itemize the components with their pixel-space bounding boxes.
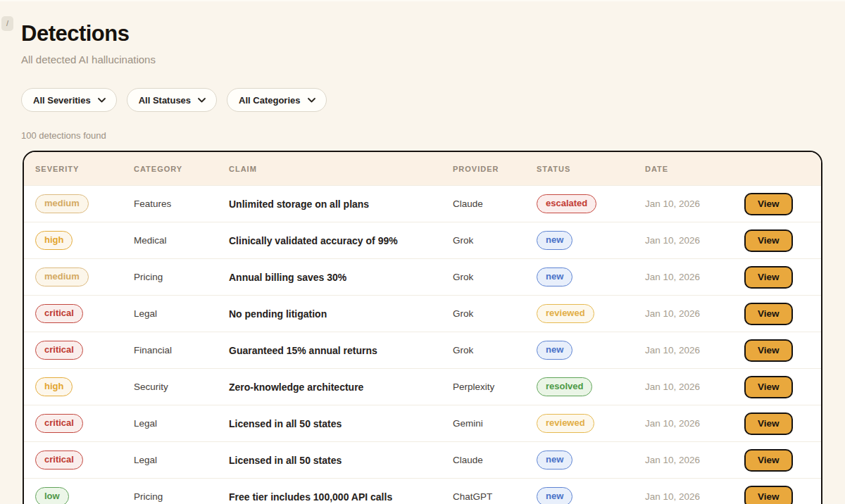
view-button[interactable]: View — [744, 339, 793, 362]
claim-cell: Licensed in all 50 states — [229, 418, 453, 429]
window-top-edge — [0, 0, 845, 1]
table-row: critical Financial Guaranteed 15% annual… — [24, 332, 821, 368]
table-body: medium Features Unlimited storage on all… — [24, 185, 821, 504]
status-badge: new — [537, 451, 572, 470]
date-cell: Jan 10, 2026 — [645, 308, 744, 319]
status-badge: reviewed — [537, 304, 594, 323]
claim-cell: Licensed in all 50 states — [229, 455, 453, 466]
provider-cell: Gemini — [453, 418, 537, 429]
slash-shortcut-badge[interactable]: / — [1, 16, 13, 31]
status-badge: new — [537, 487, 572, 504]
severity-badge: critical — [35, 414, 83, 433]
date-cell: Jan 10, 2026 — [645, 199, 744, 209]
provider-cell: Grok — [453, 235, 537, 246]
category-cell: Pricing — [134, 491, 229, 502]
severity-badge: critical — [35, 304, 83, 323]
status-badge: new — [537, 341, 572, 360]
view-button[interactable]: View — [744, 412, 793, 435]
column-header-category: Category — [134, 165, 229, 173]
severity-badge: low — [35, 487, 69, 504]
column-header-date: Date — [645, 165, 744, 173]
category-filter-label: All Categories — [239, 95, 300, 106]
provider-cell: Claude — [453, 455, 537, 465]
severity-badge: critical — [35, 341, 83, 360]
status-badge: escalated — [537, 194, 596, 213]
date-cell: Jan 10, 2026 — [645, 235, 744, 246]
category-cell: Features — [134, 199, 229, 209]
status-badge: new — [537, 231, 572, 250]
provider-cell: Perplexity — [453, 382, 537, 392]
category-cell: Financial — [134, 345, 229, 355]
filters-bar: All Severities All Statuses All Categori… — [21, 88, 824, 112]
view-button[interactable]: View — [744, 303, 793, 325]
view-button[interactable]: View — [744, 266, 793, 289]
claim-cell: No pending litigation — [229, 308, 453, 320]
claim-cell: Unlimited storage on all plans — [229, 199, 453, 210]
chevron-down-icon — [98, 98, 106, 103]
category-cell: Medical — [134, 235, 229, 246]
table-header: Severity Category Claim Provider Status … — [24, 152, 821, 185]
table-row: critical Legal Licensed in all 50 states… — [24, 441, 821, 478]
provider-cell: ChatGPT — [453, 491, 537, 502]
chevron-down-icon — [308, 98, 315, 103]
table-row: medium Pricing Annual billing saves 30% … — [24, 258, 821, 295]
date-cell: Jan 10, 2026 — [645, 491, 744, 502]
status-badge: reviewed — [537, 414, 594, 433]
claim-cell: Zero-knowledge architecture — [229, 382, 453, 393]
view-button[interactable]: View — [744, 486, 793, 504]
page-title: Detections — [21, 21, 824, 46]
table-row: critical Legal Licensed in all 50 states… — [24, 405, 821, 441]
view-button[interactable]: View — [744, 376, 793, 398]
column-header-severity: Severity — [35, 165, 134, 173]
claim-cell: Guaranteed 15% annual returns — [229, 345, 453, 356]
column-header-claim: Claim — [229, 165, 453, 173]
view-button[interactable]: View — [744, 193, 793, 215]
provider-cell: Grok — [453, 345, 537, 355]
claim-cell: Annual billing saves 30% — [229, 272, 453, 283]
status-badge: new — [537, 267, 572, 286]
claim-cell: Clinically validated accuracy of 99% — [229, 235, 453, 246]
column-header-status: Status — [537, 165, 645, 173]
table-row: critical Legal No pending litigation Gro… — [24, 295, 821, 332]
view-button[interactable]: View — [744, 449, 793, 472]
severity-filter-dropdown[interactable]: All Severities — [21, 88, 117, 112]
status-badge: resolved — [537, 377, 592, 396]
severity-filter-label: All Severities — [33, 95, 91, 106]
detections-table: Severity Category Claim Provider Status … — [23, 151, 822, 504]
results-count: 100 detections found — [21, 130, 824, 141]
chevron-down-icon — [198, 98, 206, 103]
page-subtitle: All detected AI hallucinations — [21, 53, 824, 65]
provider-cell: Grok — [453, 308, 537, 319]
status-filter-label: All Statuses — [139, 95, 191, 106]
provider-cell: Grok — [453, 272, 537, 282]
severity-badge: medium — [35, 267, 89, 286]
date-cell: Jan 10, 2026 — [645, 382, 744, 392]
category-cell: Legal — [134, 418, 229, 429]
date-cell: Jan 10, 2026 — [645, 455, 744, 465]
table-row: low Pricing Free tier includes 100,000 A… — [24, 478, 821, 504]
category-cell: Legal — [134, 308, 229, 319]
date-cell: Jan 10, 2026 — [645, 345, 744, 355]
date-cell: Jan 10, 2026 — [645, 418, 744, 429]
column-header-provider: Provider — [453, 165, 537, 173]
severity-badge: critical — [35, 451, 83, 470]
category-filter-dropdown[interactable]: All Categories — [227, 88, 326, 112]
severity-badge: high — [35, 231, 73, 250]
category-cell: Legal — [134, 455, 229, 465]
category-cell: Pricing — [134, 272, 229, 282]
table-row: medium Features Unlimited storage on all… — [24, 185, 821, 222]
status-filter-dropdown[interactable]: All Statuses — [127, 88, 217, 112]
table-row: high Security Zero-knowledge architectur… — [24, 368, 821, 405]
claim-cell: Free tier includes 100,000 API calls — [229, 491, 453, 503]
category-cell: Security — [134, 382, 229, 392]
table-row: high Medical Clinically validated accura… — [24, 222, 821, 258]
detections-page: Detections All detected AI hallucination… — [0, 0, 845, 141]
provider-cell: Claude — [453, 199, 537, 209]
severity-badge: medium — [35, 194, 89, 213]
severity-badge: high — [35, 377, 73, 396]
view-button[interactable]: View — [744, 229, 793, 252]
date-cell: Jan 10, 2026 — [645, 272, 744, 282]
